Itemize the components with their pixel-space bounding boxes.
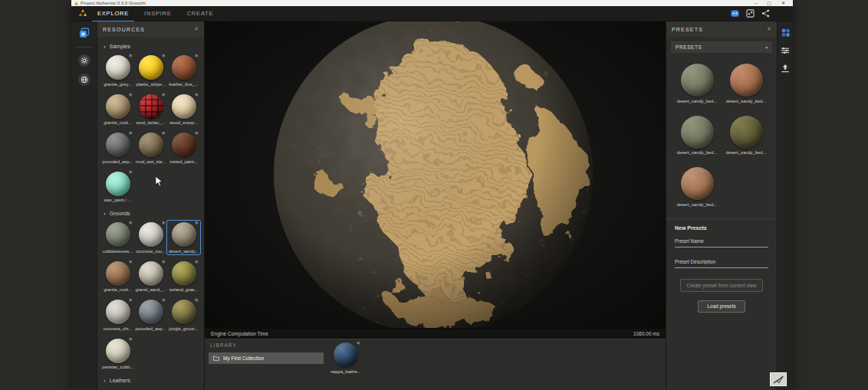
- material-thumbnail[interactable]: [139, 94, 163, 119]
- material-thumbnail[interactable]: [139, 261, 163, 286]
- material-tile[interactable]: ✕parisian_cobb...: [101, 337, 134, 371]
- remove-material-icon[interactable]: ✕: [129, 221, 133, 226]
- remove-material-icon[interactable]: ✕: [129, 54, 133, 59]
- remove-material-icon[interactable]: ✕: [195, 93, 199, 98]
- material-tile[interactable]: ✕granite_rock...: [101, 93, 134, 126]
- material-thumbnail[interactable]: [172, 94, 196, 119]
- remove-material-icon[interactable]: ✕: [162, 298, 166, 303]
- material-thumbnail[interactable]: [172, 261, 196, 286]
- material-thumbnail[interactable]: [172, 133, 196, 157]
- material-tile[interactable]: desert_sandy_bed...: [722, 114, 771, 156]
- material-tile[interactable]: ✕mud_wet_sta...: [134, 131, 167, 165]
- tab-inspire[interactable]: INSPIRE: [144, 10, 172, 17]
- material-thumbnail[interactable]: [139, 55, 163, 80]
- remove-material-icon[interactable]: ✕: [162, 221, 166, 226]
- material-thumbnail[interactable]: [334, 342, 358, 367]
- maximize-button[interactable]: ▢: [767, 0, 771, 6]
- remove-material-icon[interactable]: ✕: [195, 260, 199, 265]
- material-tile[interactable]: ✕rusted_paint...: [167, 131, 200, 165]
- material-tile[interactable]: ✕plastic_stripe...: [134, 54, 167, 87]
- remove-material-icon[interactable]: ✕: [162, 93, 166, 98]
- remove-material-icon[interactable]: ✕: [195, 221, 199, 226]
- material-thumbnail[interactable]: [106, 55, 130, 80]
- remove-material-icon[interactable]: ✕: [195, 298, 199, 303]
- material-tile[interactable]: ✕concrete_chi...: [101, 298, 134, 332]
- material-thumbnail[interactable]: [730, 64, 763, 97]
- material-tile[interactable]: ✕concrete_rou...: [134, 221, 167, 254]
- section-header-grounds[interactable]: ▾Grounds: [100, 206, 201, 220]
- material-thumbnail[interactable]: [139, 133, 163, 157]
- remove-material-icon[interactable]: ✕: [129, 131, 133, 136]
- material-thumbnail[interactable]: [681, 167, 714, 200]
- material-thumbnail[interactable]: [139, 300, 163, 324]
- community-icon[interactable]: [731, 9, 739, 18]
- material-tile[interactable]: ✕pounded_asp...: [101, 131, 134, 165]
- material-tile[interactable]: ✕leather_fine_...: [167, 54, 200, 87]
- material-tile[interactable]: ✕wool_tartan_...: [134, 93, 167, 126]
- remove-material-icon[interactable]: ✕: [357, 341, 360, 346]
- atoms-view-icon[interactable]: [781, 28, 791, 38]
- material-tile[interactable]: ✕wax_paint / ...: [101, 170, 134, 204]
- web-globe-icon[interactable]: [78, 74, 90, 86]
- remove-material-icon[interactable]: ✕: [195, 131, 199, 136]
- export-upload-icon[interactable]: [781, 63, 791, 73]
- library-collection-row[interactable]: My First Collection: [209, 352, 324, 364]
- material-tile[interactable]: desert_sandy_bed...: [672, 166, 722, 208]
- send-feedback-button[interactable]: [769, 372, 787, 387]
- presets-dropdown[interactable]: PRESETS ▾: [671, 41, 772, 53]
- material-tile[interactable]: desert_sandy_bed...: [672, 114, 722, 156]
- settings-gear-icon[interactable]: [78, 54, 90, 67]
- material-tile[interactable]: ✕jungle_groun...: [167, 298, 200, 332]
- material-tile[interactable]: desert_sandy_bed...: [672, 62, 722, 104]
- preset-description-input[interactable]: [675, 258, 768, 268]
- 3d-viewport[interactable]: [205, 21, 666, 328]
- material-thumbnail[interactable]: [106, 300, 130, 324]
- materials-browser-icon[interactable]: [78, 27, 90, 39]
- remove-material-icon[interactable]: ✕: [129, 170, 133, 175]
- remove-material-icon[interactable]: ✕: [162, 54, 166, 59]
- material-thumbnail[interactable]: [172, 222, 196, 247]
- section-header-samples[interactable]: ▾Samples: [100, 39, 201, 53]
- apps-icon[interactable]: [746, 9, 755, 18]
- remove-material-icon[interactable]: ✕: [129, 260, 133, 265]
- remove-material-icon[interactable]: ✕: [162, 260, 166, 265]
- material-tile[interactable]: desert_sandy_bed...: [722, 62, 771, 104]
- material-thumbnail[interactable]: [139, 222, 163, 247]
- material-thumbnail[interactable]: [730, 116, 763, 149]
- material-thumbnail[interactable]: [106, 222, 130, 247]
- minimize-button[interactable]: –: [755, 0, 757, 6]
- material-thumbnail[interactable]: [106, 133, 130, 157]
- material-tile[interactable]: ✕iceland_gras...: [167, 260, 200, 293]
- remove-material-icon[interactable]: ✕: [129, 93, 133, 98]
- remove-material-icon[interactable]: ✕: [129, 337, 133, 342]
- material-tile[interactable]: ✕desert_sandy...: [167, 221, 200, 254]
- material-tile[interactable]: ✕granite_grey...: [101, 54, 134, 87]
- material-thumbnail[interactable]: [106, 261, 130, 286]
- material-thumbnail[interactable]: [172, 55, 196, 80]
- share-icon[interactable]: [761, 9, 770, 18]
- material-sphere-preview[interactable]: [272, 21, 594, 328]
- material-thumbnail[interactable]: [106, 172, 130, 196]
- close-window-button[interactable]: ✕: [781, 0, 785, 6]
- create-preset-button[interactable]: Create preset from current view: [680, 279, 762, 292]
- material-thumbnail[interactable]: [172, 300, 196, 324]
- remove-material-icon[interactable]: ✕: [129, 298, 133, 303]
- material-tile[interactable]: ✕nappa_leathe...: [330, 341, 362, 375]
- presets-close-icon[interactable]: ✕: [767, 26, 771, 32]
- material-tile[interactable]: ✕granite_rock...: [101, 260, 134, 293]
- material-thumbnail[interactable]: [681, 64, 714, 97]
- tab-create[interactable]: CREATE: [187, 10, 214, 17]
- material-thumbnail[interactable]: [681, 116, 714, 149]
- preset-name-input[interactable]: [675, 238, 768, 247]
- remove-material-icon[interactable]: ✕: [162, 131, 166, 136]
- remove-material-icon[interactable]: ✕: [195, 54, 199, 59]
- material-tile[interactable]: ✕wood_europ...: [167, 93, 200, 126]
- material-thumbnail[interactable]: [106, 94, 130, 119]
- material-thumbnail[interactable]: [106, 339, 130, 363]
- section-header-leathers[interactable]: ▾Leathers: [100, 373, 201, 387]
- material-tile[interactable]: ✕gravel_sand_...: [134, 260, 167, 293]
- material-tile[interactable]: ✕cobblestones...: [101, 221, 134, 254]
- material-tile[interactable]: ✕pounded_asp...: [134, 298, 167, 332]
- filters-sliders-icon[interactable]: [781, 45, 791, 55]
- load-presets-button[interactable]: Load presets: [698, 300, 745, 313]
